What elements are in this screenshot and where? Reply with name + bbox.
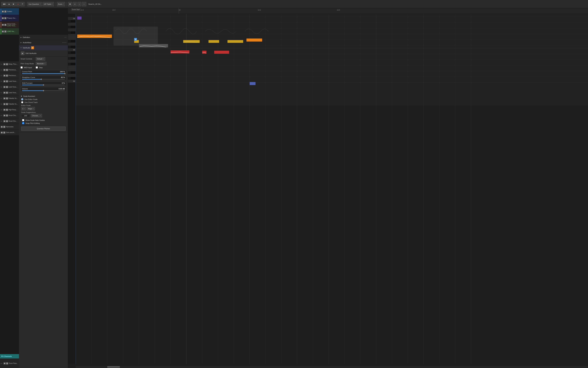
track-lead57[interactable]: 57 M S Lead Voca...: [0, 90, 19, 96]
solo-falsetto58[interactable]: S: [6, 103, 8, 105]
key-eb2[interactable]: [71, 71, 75, 74]
volume-track[interactable]: [22, 90, 65, 91]
solo-vocalcho60b[interactable]: S: [6, 120, 8, 122]
quantize-pitches-btn[interactable]: Quantize Pitches: [21, 127, 66, 131]
solo-falsetto57[interactable]: S: [6, 97, 8, 100]
pitch-snap-dropdown[interactable]: Absolute: [36, 62, 46, 65]
mute-vocalcho60b[interactable]: M: [3, 120, 6, 122]
mute-btn-lead[interactable]: M: [2, 30, 4, 33]
edit-canvas[interactable]: S: [76, 14, 588, 364]
mute-falsetto57[interactable]: M: [3, 97, 6, 100]
view-btn-4[interactable]: ↔: [82, 2, 86, 6]
track-delay[interactable]: 51 M S Delay Thro...: [0, 61, 19, 67]
audio-note-gray[interactable]: [139, 44, 168, 47]
shift-formant-thumb[interactable]: [43, 84, 44, 86]
mute-highresp[interactable]: M: [3, 109, 6, 111]
mute-drum[interactable]: M: [3, 362, 6, 365]
key-gb2[interactable]: [71, 63, 75, 65]
audiowarp-header[interactable]: ▶ AudioWarp ⋯⋯: [19, 40, 68, 45]
solo-delay[interactable]: S: [6, 63, 8, 65]
track-lead56[interactable]: 56 M S Lead Voca...: [0, 84, 19, 90]
track-guitars[interactable]: M S Guitars: [0, 8, 19, 15]
solo-btn-lead[interactable]: S: [4, 30, 7, 33]
solo-oohs[interactable]: S: [3, 131, 5, 134]
key-c4[interactable]: C4: [68, 17, 75, 20]
solo-pre2[interactable]: S: [6, 74, 8, 77]
variaudio-header[interactable]: ▼ VariAudio V: [19, 45, 68, 50]
key-d2[interactable]: [68, 74, 75, 77]
key-b2[interactable]: [71, 51, 75, 54]
mute-oohs[interactable]: M: [1, 131, 3, 134]
audio-note-yellow-2[interactable]: [183, 40, 200, 43]
key-f2[interactable]: [68, 65, 75, 68]
audio-note-yellow-3[interactable]: [208, 40, 219, 43]
solo-vocalcho60a[interactable]: S: [6, 114, 8, 117]
mute-vocalcho60a[interactable]: M: [3, 114, 6, 117]
track-vocalcho60a[interactable]: 60 M S Vocal Cho...: [0, 113, 19, 118]
show-scale-guides-checkbox[interactable]: [22, 119, 24, 121]
track-falsetto57[interactable]: 57 M S Falsetto Vo...: [0, 96, 19, 101]
volume-thumb[interactable]: [43, 90, 44, 91]
scale-type-dropdown[interactable]: Major: [27, 107, 35, 110]
mute-lead55[interactable]: M: [3, 80, 6, 83]
audio-note-purple[interactable]: [77, 17, 81, 20]
correct-pitch-thumb[interactable]: [64, 73, 65, 74]
mute-pre1[interactable]: M: [3, 69, 6, 71]
mute-btn-verse[interactable]: M: [2, 24, 4, 26]
zoom-dropdown[interactable]: Zoom: [57, 2, 65, 6]
straighten-curve-track[interactable]: [22, 79, 65, 80]
audio-note-orange-main[interactable]: [77, 35, 112, 38]
key-b3[interactable]: [71, 20, 75, 23]
key-d3[interactable]: [68, 43, 75, 46]
h-scrollbar[interactable]: [76, 366, 588, 368]
track-pre2[interactable]: 53 M S Prechorus...: [0, 73, 19, 78]
audio-note-yellow-4[interactable]: [227, 40, 243, 43]
definition-header[interactable]: ▶ Definition ⋯: [19, 35, 68, 40]
loop-btn[interactable]: ⟳: [20, 2, 25, 6]
track-pre1[interactable]: 53 M S Prechorus...: [0, 67, 19, 73]
solo-drum[interactable]: S: [6, 362, 8, 365]
snap-pitch-checkbox[interactable]: [22, 122, 24, 124]
scrollbar-thumb[interactable]: [107, 366, 120, 368]
choose-dropdown[interactable]: Choose...: [31, 114, 42, 117]
record-btn[interactable]: ●: [16, 2, 20, 6]
mute-delay[interactable]: M: [3, 63, 6, 65]
mute-harmonies[interactable]: M: [1, 126, 3, 128]
shift-formant-track[interactable]: [22, 85, 65, 85]
mute-lead56[interactable]: M: [3, 86, 6, 88]
track-phasey[interactable]: M S Phasey Gui...: [0, 15, 19, 21]
solo-pre1[interactable]: S: [6, 69, 8, 71]
solo-btn-verse[interactable]: S: [4, 24, 7, 26]
use-quantize-dropdown[interactable]: Use Quantize: [27, 2, 42, 6]
audio-note-red-3[interactable]: [214, 51, 229, 54]
key-db3[interactable]: [71, 46, 75, 48]
audio-note-red-1[interactable]: [171, 50, 190, 54]
quantize-value-dropdown[interactable]: 1/8 Triplet: [43, 2, 54, 6]
key-e3[interactable]: [68, 37, 75, 40]
edit-variaudio-btn[interactable]: ▶ Edit VariAudio: [19, 50, 68, 56]
solo-btn-phasey[interactable]: S: [4, 17, 7, 19]
root-note-dropdown[interactable]: C: [21, 107, 26, 110]
solo-lead56[interactable]: S: [6, 86, 8, 88]
track-lead55[interactable]: 55 M S Lead Voca...: [0, 78, 19, 84]
track-falsetto58[interactable]: 58 M S Falsetto Vo...: [0, 101, 19, 107]
use-editor-scale-radio[interactable]: [21, 98, 23, 100]
key-ab3[interactable]: [71, 26, 75, 28]
rewind-btn[interactable]: ◀◀: [1, 2, 7, 6]
solo-highresp[interactable]: S: [6, 109, 8, 111]
correct-pitch-track[interactable]: [22, 73, 65, 74]
solo-lead55[interactable]: S: [6, 80, 8, 83]
suggestions-value[interactable]: 100: [21, 114, 30, 117]
audio-note-blue-right[interactable]: [250, 82, 256, 85]
mute-pre2[interactable]: M: [3, 74, 6, 77]
key-c2[interactable]: C2: [68, 80, 75, 83]
key-c3[interactable]: C3: [68, 48, 75, 51]
track-lead-voc[interactable]: M S LEAD Voc...: [0, 28, 19, 35]
key-db2[interactable]: [71, 77, 75, 80]
key-eb3[interactable]: [71, 40, 75, 43]
view-btn-2[interactable]: ≡: [73, 2, 77, 6]
key-e2[interactable]: [68, 68, 75, 71]
mute-lead57[interactable]: M: [3, 92, 6, 94]
key-g3[interactable]: [68, 28, 75, 31]
key-g2[interactable]: [68, 60, 75, 63]
